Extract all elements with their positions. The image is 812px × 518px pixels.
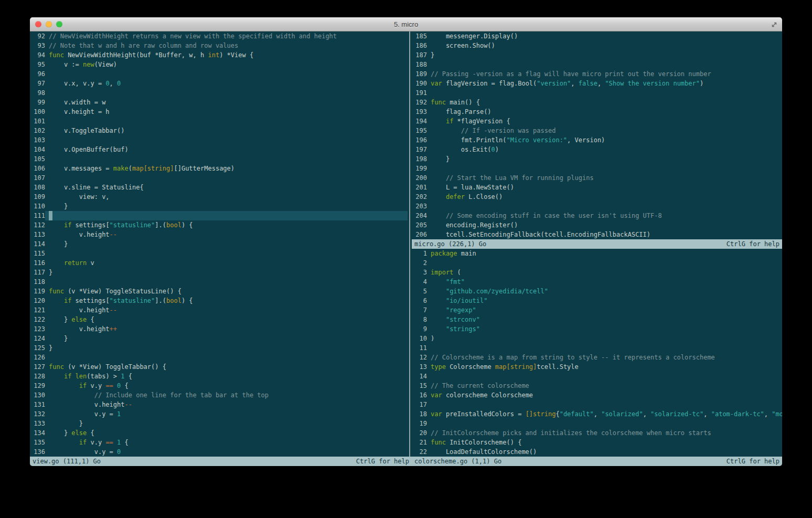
code-line-19[interactable]: 19 bbox=[412, 419, 782, 428]
code-line-102[interactable]: 102 v.ToggleTabbar() bbox=[30, 126, 408, 135]
code-line-2[interactable]: 2 bbox=[412, 258, 782, 268]
code-line-198[interactable]: 198 } bbox=[412, 154, 782, 164]
code-line-112[interactable]: 112 if settings["statusline"].(bool) { bbox=[30, 220, 408, 230]
pane-micro-go[interactable]: 185 messenger.Display()186 screen.Show()… bbox=[412, 31, 782, 239]
code-line-109[interactable]: 109 view: v, bbox=[30, 192, 408, 202]
code-line-20[interactable]: 20// InitColorscheme picks and initializ… bbox=[412, 428, 782, 438]
code-line-116[interactable]: 116 return v bbox=[30, 258, 408, 268]
code-line-106[interactable]: 106 v.messages = make(map[string][]Gutte… bbox=[30, 164, 408, 173]
code-line-189[interactable]: 189// Passing -version as a flag will ha… bbox=[412, 69, 782, 79]
code-line-187[interactable]: 187} bbox=[412, 50, 782, 60]
pane-view-go[interactable]: 92// NewViewWidthHeight returns a new vi… bbox=[30, 31, 408, 457]
minimize-button[interactable] bbox=[46, 21, 52, 27]
code-line-93[interactable]: 93// Note that w and h are raw column an… bbox=[30, 41, 408, 50]
code-line-202[interactable]: 202 defer L.Close() bbox=[412, 192, 782, 202]
code-line-10[interactable]: 10) bbox=[412, 334, 782, 343]
code-line-97[interactable]: 97 v.x, v.y = 0, 0 bbox=[30, 79, 408, 88]
zoom-button[interactable] bbox=[56, 21, 62, 27]
pane-colorscheme-go[interactable]: 1package main23import (4 "fmt"5 "github.… bbox=[412, 249, 782, 457]
code-line-204[interactable]: 204 // Some encoding stuff in case the u… bbox=[412, 211, 782, 220]
code-line-127[interactable]: 127func (v *View) ToggleTabbar() { bbox=[30, 362, 408, 372]
code-line-14[interactable]: 14 bbox=[412, 372, 782, 381]
code-line-199[interactable]: 199 bbox=[412, 164, 782, 173]
code-line-110[interactable]: 110 } bbox=[30, 202, 408, 211]
code-line-7[interactable]: 7 "regexp" bbox=[412, 305, 782, 315]
code-line-197[interactable]: 197 os.Exit(0) bbox=[412, 145, 782, 154]
code-line-188[interactable]: 188 bbox=[412, 60, 782, 69]
code-line-123[interactable]: 123 v.height++ bbox=[30, 324, 408, 334]
code-line-94[interactable]: 94func NewViewWidthHeight(buf *Buffer, w… bbox=[30, 50, 408, 60]
code-line-186[interactable]: 186 screen.Show() bbox=[412, 41, 782, 50]
code-line-192[interactable]: 192func main() { bbox=[412, 98, 782, 107]
code-line-107[interactable]: 107 bbox=[30, 173, 408, 183]
code-line-101[interactable]: 101 bbox=[30, 117, 408, 126]
code-line-126[interactable]: 126 bbox=[30, 353, 408, 362]
code-line-22[interactable]: 22 LoadDefaultColorscheme() bbox=[412, 447, 782, 457]
code-line-124[interactable]: 124 } bbox=[30, 334, 408, 343]
code-line-134[interactable]: 134 } else { bbox=[30, 428, 408, 438]
code-line-121[interactable]: 121 v.height-- bbox=[30, 305, 408, 315]
code-line-133[interactable]: 133 } bbox=[30, 419, 408, 428]
code-line-190[interactable]: 190var flagVersion = flag.Bool("version"… bbox=[412, 79, 782, 88]
code-line-98[interactable]: 98 bbox=[30, 88, 408, 98]
code-line-200[interactable]: 200 // Start the Lua VM for running plug… bbox=[412, 173, 782, 183]
code-line-194[interactable]: 194 if *flagVersion { bbox=[412, 117, 782, 126]
code-line-96[interactable]: 96 bbox=[30, 69, 408, 79]
code-line-1[interactable]: 1package main bbox=[412, 249, 782, 258]
code-line-99[interactable]: 99 v.width = w bbox=[30, 98, 408, 107]
code-line-132[interactable]: 132 v.y = 1 bbox=[30, 409, 408, 419]
code-line-206[interactable]: 206 tcell.SetEncodingFallback(tcell.Enco… bbox=[412, 230, 782, 239]
code-line-129[interactable]: 129 if v.y == 0 { bbox=[30, 381, 408, 390]
code-line-11[interactable]: 11 bbox=[412, 343, 782, 353]
code-line-8[interactable]: 8 "strconv" bbox=[412, 315, 782, 324]
code-line-135[interactable]: 135 if v.y == 1 { bbox=[30, 438, 408, 447]
code-line-193[interactable]: 193 flag.Parse() bbox=[412, 107, 782, 117]
code-line-118[interactable]: 118 bbox=[30, 277, 408, 287]
code-line-130[interactable]: 130 // Include one line for the tab bar … bbox=[30, 390, 408, 400]
code-line-5[interactable]: 5 "github.com/zyedidia/tcell" bbox=[412, 287, 782, 296]
code-line-95[interactable]: 95 v := new(View) bbox=[30, 60, 408, 69]
statusline-file-info: view.go (111,1) Go bbox=[30, 457, 101, 466]
code-line-105[interactable]: 105 bbox=[30, 154, 408, 164]
code-line-119[interactable]: 119func (v *View) ToggleStatusLine() { bbox=[30, 287, 408, 296]
code-line-113[interactable]: 113 v.height-- bbox=[30, 230, 408, 239]
code-line-128[interactable]: 128 if len(tabs) > 1 { bbox=[30, 372, 408, 381]
code-line-111[interactable]: 111 bbox=[30, 211, 408, 220]
code-line-122[interactable]: 122 } else { bbox=[30, 315, 408, 324]
code-line-203[interactable]: 203 bbox=[412, 202, 782, 211]
code-line-6[interactable]: 6 "io/ioutil" bbox=[412, 296, 782, 305]
code-line-131[interactable]: 131 v.height-- bbox=[30, 400, 408, 409]
code-line-16[interactable]: 16var colorscheme Colorscheme bbox=[412, 390, 782, 400]
code-line-201[interactable]: 201 L = lua.NewState() bbox=[412, 183, 782, 192]
titlebar[interactable]: 5. micro bbox=[30, 17, 782, 31]
text-cursor bbox=[49, 211, 52, 220]
code-line-103[interactable]: 103 bbox=[30, 135, 408, 145]
code-line-92[interactable]: 92// NewViewWidthHeight returns a new vi… bbox=[30, 31, 408, 41]
code-line-108[interactable]: 108 v.sline = Statusline{ bbox=[30, 183, 408, 192]
code-line-104[interactable]: 104 v.OpenBuffer(buf) bbox=[30, 145, 408, 154]
code-line-191[interactable]: 191 bbox=[412, 88, 782, 98]
code-line-21[interactable]: 21func InitColorscheme() { bbox=[412, 438, 782, 447]
code-line-17[interactable]: 17 bbox=[412, 400, 782, 409]
code-line-18[interactable]: 18var preInstalledColors = []string{"def… bbox=[412, 409, 782, 419]
code-line-136[interactable]: 136 v.y = 0 bbox=[30, 447, 408, 457]
code-line-185[interactable]: 185 messenger.Display() bbox=[412, 31, 782, 41]
code-line-205[interactable]: 205 encoding.Register() bbox=[412, 220, 782, 230]
code-line-3[interactable]: 3import ( bbox=[412, 268, 782, 277]
code-line-9[interactable]: 9 "strings" bbox=[412, 324, 782, 334]
code-line-4[interactable]: 4 "fmt" bbox=[412, 277, 782, 287]
code-line-12[interactable]: 12// Colorscheme is a map from string to… bbox=[412, 353, 782, 362]
code-line-15[interactable]: 15// The current colorscheme bbox=[412, 381, 782, 390]
code-line-13[interactable]: 13type Colorscheme map[string]tcell.Styl… bbox=[412, 362, 782, 372]
code-line-125[interactable]: 125} bbox=[30, 343, 408, 353]
code-line-117[interactable]: 117} bbox=[30, 268, 408, 277]
split-divider[interactable] bbox=[408, 31, 412, 457]
code-line-100[interactable]: 100 v.height = h bbox=[30, 107, 408, 117]
code-line-114[interactable]: 114 } bbox=[30, 239, 408, 249]
code-line-196[interactable]: 196 fmt.Println("Micro version:", Versio… bbox=[412, 135, 782, 145]
close-button[interactable] bbox=[35, 21, 41, 27]
code-line-115[interactable]: 115 bbox=[30, 249, 408, 258]
resize-icon[interactable] bbox=[771, 20, 778, 28]
code-line-195[interactable]: 195 // If -version was passed bbox=[412, 126, 782, 135]
code-line-120[interactable]: 120 if settings["statusline"].(bool) { bbox=[30, 296, 408, 305]
